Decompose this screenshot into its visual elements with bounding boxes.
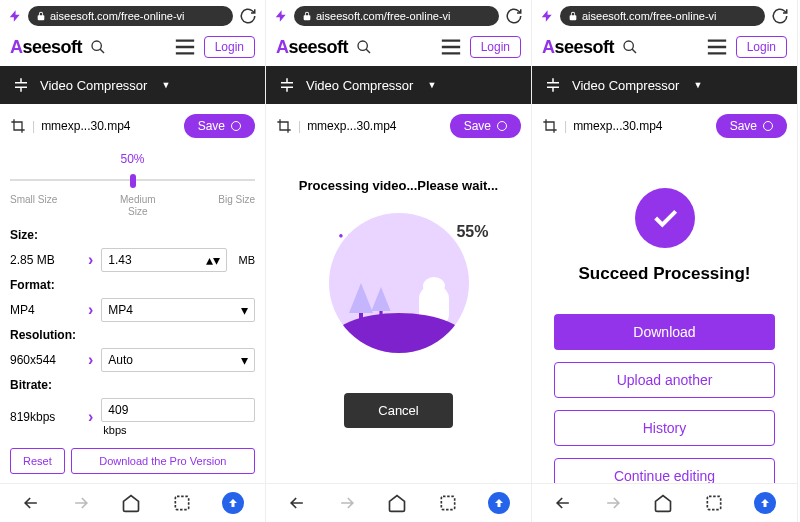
bitrate-orig: 819kbps (10, 410, 80, 424)
search-icon[interactable] (622, 39, 638, 55)
history-button[interactable]: History (554, 410, 775, 446)
reset-button[interactable]: Reset (10, 448, 65, 474)
search-icon[interactable] (356, 39, 372, 55)
compress-icon (544, 76, 562, 94)
processing-body: Processing video...Please wait... ● ● ● … (266, 148, 531, 483)
header: Aseesoft Login (0, 32, 265, 66)
check-icon (635, 188, 695, 248)
clock-icon (231, 121, 241, 131)
chevron-down-icon[interactable]: ▼ (161, 80, 170, 90)
upload-another-button[interactable]: Upload another (554, 362, 775, 398)
login-button[interactable]: Login (470, 36, 521, 58)
nav-forward-icon (337, 493, 357, 513)
cancel-button[interactable]: Cancel (344, 393, 452, 428)
stepper-icon[interactable]: ▴▾ (206, 253, 220, 267)
bottom-nav (532, 483, 797, 522)
url-text: aiseesoft.com/free-online-vi (50, 10, 185, 22)
tool-bar: Video Compressor ▼ (266, 66, 531, 104)
file-bar: | mmexp...30.mp4 Save (0, 104, 265, 148)
crop-icon[interactable] (10, 118, 26, 134)
format-orig: MP4 (10, 303, 80, 317)
file-bar: | mmexp...30.mp4 Save (266, 104, 531, 148)
file-name: mmexp...30.mp4 (573, 119, 710, 133)
crop-icon[interactable] (542, 118, 558, 134)
header: Aseesoft Login (266, 32, 531, 66)
slider-percent: 50% (10, 152, 255, 166)
nav-forward-icon (603, 493, 623, 513)
file-name: mmexp...30.mp4 (307, 119, 444, 133)
illustration: ● ● ● ● ● 55% (309, 213, 489, 363)
nav-up-icon[interactable] (754, 492, 776, 514)
format-label: Format: (10, 278, 255, 292)
nav-back-icon[interactable] (21, 493, 41, 513)
chevron-right-icon: › (88, 251, 93, 269)
lock-icon (568, 11, 578, 21)
resolution-select[interactable]: Auto▾ (101, 348, 255, 372)
refresh-icon[interactable] (771, 7, 789, 25)
nav-tabs-icon[interactable] (438, 493, 458, 513)
screen-processing: aiseesoft.com/free-online-vi Aseesoft Lo… (266, 0, 532, 522)
settings-body: 50% Small Size MediumSize Big Size Size:… (0, 148, 265, 483)
nav-up-icon[interactable] (222, 492, 244, 514)
url-field[interactable]: aiseesoft.com/free-online-vi (294, 6, 499, 26)
tool-bar: Video Compressor ▼ (532, 66, 797, 104)
size-input[interactable]: 1.43▴▾ (101, 248, 226, 272)
resolution-label: Resolution: (10, 328, 255, 342)
search-icon[interactable] (90, 39, 106, 55)
compress-icon (278, 76, 296, 94)
tool-name: Video Compressor (40, 78, 147, 93)
chevron-down-icon[interactable]: ▾ (241, 303, 248, 317)
nav-back-icon[interactable] (553, 493, 573, 513)
nav-up-icon[interactable] (488, 492, 510, 514)
nav-home-icon[interactable] (121, 493, 141, 513)
tick-big: Big Size (218, 194, 255, 218)
download-button[interactable]: Download (554, 314, 775, 350)
nav-tabs-icon[interactable] (704, 493, 724, 513)
refresh-icon[interactable] (505, 7, 523, 25)
save-button[interactable]: Save (184, 114, 255, 138)
login-button[interactable]: Login (204, 36, 255, 58)
svg-point-2 (358, 41, 367, 50)
menu-icon[interactable] (440, 38, 462, 56)
chevron-down-icon[interactable]: ▼ (427, 80, 436, 90)
nav-home-icon[interactable] (387, 493, 407, 513)
bottom-nav (266, 483, 531, 522)
url-field[interactable]: aiseesoft.com/free-online-vi (560, 6, 765, 26)
bolt-icon (540, 9, 554, 23)
file-name: mmexp...30.mp4 (41, 119, 178, 133)
bitrate-input[interactable]: 409 (101, 398, 255, 422)
save-button[interactable]: Save (716, 114, 787, 138)
bitrate-label: Bitrate: (10, 378, 255, 392)
download-pro-button[interactable]: Download the Pro Version (71, 448, 255, 474)
logo[interactable]: Aseesoft (10, 37, 82, 58)
screen-settings: aiseesoft.com/free-online-vi Aseesoft Lo… (0, 0, 266, 522)
refresh-icon[interactable] (239, 7, 257, 25)
format-select[interactable]: MP4▾ (101, 298, 255, 322)
menu-icon[interactable] (174, 38, 196, 56)
clock-icon (763, 121, 773, 131)
chevron-down-icon[interactable]: ▾ (241, 353, 248, 367)
nav-back-icon[interactable] (287, 493, 307, 513)
tool-bar: Video Compressor ▼ (0, 66, 265, 104)
size-slider[interactable] (10, 170, 255, 190)
continue-editing-button[interactable]: Continue editing (554, 458, 775, 483)
file-bar: | mmexp...30.mp4 Save (532, 104, 797, 148)
bottom-nav (0, 483, 265, 522)
login-button[interactable]: Login (736, 36, 787, 58)
nav-home-icon[interactable] (653, 493, 673, 513)
crop-icon[interactable] (276, 118, 292, 134)
chevron-down-icon[interactable]: ▼ (693, 80, 702, 90)
logo[interactable]: Aseesoft (542, 37, 614, 58)
tick-medium: MediumSize (120, 194, 156, 218)
size-orig: 2.85 MB (10, 253, 80, 267)
save-button[interactable]: Save (450, 114, 521, 138)
lock-icon (302, 11, 312, 21)
address-bar: aiseesoft.com/free-online-vi (532, 0, 797, 32)
menu-icon[interactable] (706, 38, 728, 56)
svg-rect-1 (175, 496, 188, 509)
progress-percent: 55% (456, 223, 488, 241)
nav-tabs-icon[interactable] (172, 493, 192, 513)
success-body: Succeed Processing! Download Upload anot… (532, 148, 797, 483)
url-field[interactable]: aiseesoft.com/free-online-vi (28, 6, 233, 26)
logo[interactable]: Aseesoft (276, 37, 348, 58)
